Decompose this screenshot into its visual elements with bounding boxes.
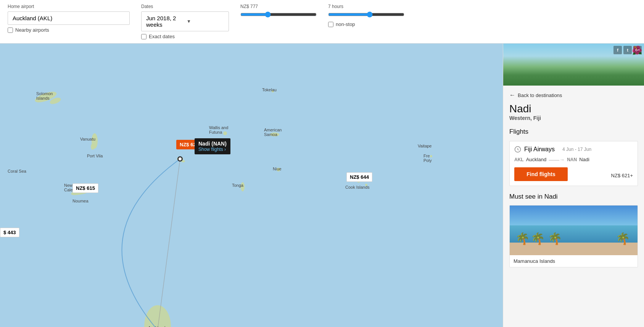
svg-point-6 <box>91 144 95 150</box>
palm-icon-2: 🌴 <box>531 232 545 245</box>
airport-input[interactable] <box>8 11 130 25</box>
svg-point-15 <box>223 131 227 135</box>
dates-label: Dates <box>141 4 229 9</box>
panel-content: ← Back to destinations Nadi Western, Fij… <box>503 86 644 277</box>
home-airport-label: Home airport <box>8 4 130 9</box>
hours-field: 7 hours non-stop <box>328 4 404 27</box>
hours-slider[interactable] <box>328 11 404 18</box>
svg-point-10 <box>270 133 279 136</box>
destination-name: Nadi <box>509 103 638 115</box>
flight-card: Fiji Airways 4 Jun - 17 Jun AKL Auckland… <box>509 141 638 186</box>
price-field: NZ$ 777 <box>240 4 317 19</box>
price-label: NZ$ 777 <box>240 4 317 9</box>
svg-point-14 <box>277 168 280 172</box>
top-bar: Home airport Nearby airports Dates Jun 2… <box>0 0 644 44</box>
panel-hero: 🌺 f t G+ <box>503 44 644 86</box>
attraction-card[interactable]: 🌴 🌴 🌴 🌴 Mamanuca Islands <box>509 205 638 267</box>
nonstop-label: non-stop <box>336 21 355 27</box>
route-arrow-icon: ——→ <box>549 157 565 163</box>
flight-route: AKL Auckland ——→ NAN Nadi <box>514 157 633 163</box>
flight-dates-value: 4 Jun - 17 Jun <box>562 147 591 152</box>
exact-dates-label: Exact dates <box>149 34 175 39</box>
airline-icon <box>514 146 521 153</box>
exact-dates-checkbox[interactable] <box>141 34 147 39</box>
flight-bottom-row: Find flights NZ$ 621+ <box>514 167 633 181</box>
dates-select[interactable]: Jun 2018, 2 weeks ▼ <box>141 11 229 31</box>
twitter-icon[interactable]: t <box>623 46 632 54</box>
right-panel: 🌺 f t G+ ← Back to destinations Nadi Wes… <box>503 44 644 327</box>
map-tooltip: Nadi (NAN) Show flights › <box>195 138 230 154</box>
nearby-airports-label: Nearby airports <box>15 27 49 33</box>
svg-point-17 <box>430 155 432 157</box>
to-code: NAN <box>567 157 577 162</box>
nearby-airports-row: Nearby airports <box>8 27 130 33</box>
hours-slider-wrap <box>328 11 404 19</box>
from-code: AKL <box>514 157 524 162</box>
price-badge-other[interactable]: $ 443 <box>0 228 19 237</box>
tooltip-title: Nadi (NAN) <box>198 141 227 147</box>
tooltip-link[interactable]: Show flights › <box>198 147 227 152</box>
attraction-name: Mamanuca Islands <box>510 255 638 267</box>
hours-label: 7 hours <box>328 4 404 9</box>
attraction-image: 🌴 🌴 🌴 🌴 <box>510 206 638 255</box>
flight-price: NZ$ 621+ <box>611 173 633 178</box>
back-link[interactable]: ← Back to destinations <box>509 92 638 99</box>
nearby-airports-checkbox[interactable] <box>8 28 13 33</box>
flights-title: Flights <box>509 128 638 136</box>
nonstop-row: non-stop <box>328 21 404 27</box>
airline-row: Fiji Airways 4 Jun - 17 Jun <box>514 146 633 153</box>
palm-icon-4: 🌴 <box>616 232 630 245</box>
destination-region: Western, Fiji <box>509 115 638 121</box>
airline-name: Fiji Airways <box>524 146 555 153</box>
svg-point-16 <box>272 90 274 92</box>
nonstop-checkbox[interactable] <box>328 22 333 27</box>
map-area[interactable]: SolomonIslands Vanuatu Port Vila Coral S… <box>0 44 503 327</box>
back-label: Back to destinations <box>518 92 562 98</box>
svg-point-11 <box>241 182 245 191</box>
price-badge-newcal[interactable]: NZ$ 615 <box>72 183 98 193</box>
exact-dates-row: Exact dates <box>141 34 229 39</box>
nadi-dot <box>177 156 183 162</box>
find-flights-button[interactable]: Find flights <box>514 167 568 181</box>
palm-icon-3: 🌴 <box>548 232 562 245</box>
back-arrow-icon: ← <box>509 92 515 99</box>
price-badge-cook[interactable]: NZ$ 644 <box>346 172 372 182</box>
main-area: SolomonIslands Vanuatu Port Vila Coral S… <box>0 44 644 327</box>
price-slider[interactable] <box>240 11 317 18</box>
social-icons: f t G+ <box>613 46 642 54</box>
must-see-title: Must see in Nadi <box>509 193 638 201</box>
dates-field: Dates Jun 2018, 2 weeks ▼ Exact dates <box>141 4 229 39</box>
facebook-icon[interactable]: f <box>613 46 622 54</box>
airport-field: Home airport Nearby airports <box>8 4 130 33</box>
gplus-icon[interactable]: G+ <box>633 46 642 54</box>
chevron-down-icon: ▼ <box>187 19 224 24</box>
palm-icon: 🌴 <box>515 232 530 245</box>
svg-point-13 <box>365 184 367 186</box>
to-city: Nadi <box>579 157 589 162</box>
price-slider-wrap <box>240 11 317 19</box>
from-city: Auckland <box>526 157 546 162</box>
dates-value: Jun 2018, 2 weeks <box>146 15 184 28</box>
